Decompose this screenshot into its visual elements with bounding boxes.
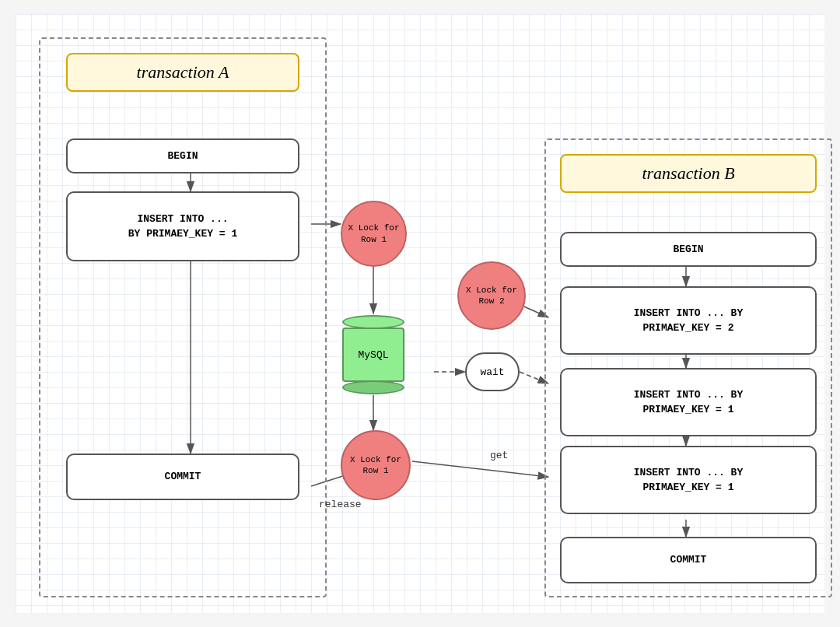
lock-row1-top-circle: X Lock for Row 1 xyxy=(341,201,407,267)
mysql-cylinder: MySQL xyxy=(342,314,404,396)
b-insert3-box: INSERT INTO ... BY PRIMAEY_KEY = 1 xyxy=(560,446,817,514)
svg-line-12 xyxy=(412,461,548,477)
lock-row1-bottom-circle: X Lock for Row 1 xyxy=(341,430,411,500)
b-insert2-box: INSERT INTO ... BY PRIMAEY_KEY = 1 xyxy=(560,368,817,436)
wait-circle: wait xyxy=(465,352,520,391)
a-begin-box: BEGIN xyxy=(66,138,299,173)
transaction-a-title: transaction A xyxy=(66,53,299,92)
lock-row2-circle: X Lock for Row 2 xyxy=(457,261,526,330)
transaction-a-panel xyxy=(39,37,327,597)
a-insert1-box: INSERT INTO ... BY PRIMAEY_KEY = 1 xyxy=(66,191,299,261)
a-commit-box: COMMIT xyxy=(66,454,299,500)
b-commit-box: COMMIT xyxy=(560,537,817,583)
cylinder-bottom xyxy=(342,380,404,394)
cylinder-body: MySQL xyxy=(342,328,404,382)
diagram-container: transaction A BEGIN INSERT INTO ... BY P… xyxy=(16,14,824,613)
b-insert1-box: INSERT INTO ... BY PRIMAEY_KEY = 2 xyxy=(560,286,817,355)
get-label: get xyxy=(490,450,508,461)
b-begin-box: BEGIN xyxy=(560,232,817,267)
cylinder-top xyxy=(342,315,404,329)
release-label: release xyxy=(319,499,362,510)
transaction-b-title: transaction B xyxy=(560,154,817,193)
